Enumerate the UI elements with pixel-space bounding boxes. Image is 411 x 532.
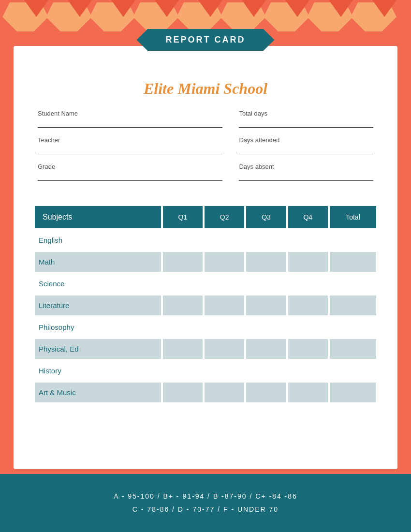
total-header: Total: [330, 206, 376, 228]
total-days-label: Total days: [239, 110, 373, 117]
grade-total[interactable]: [330, 339, 376, 359]
table-row: Science: [35, 274, 376, 294]
subject-name: Science: [35, 274, 161, 294]
grade-q1[interactable]: [163, 361, 203, 381]
subject-name: Philosophy: [35, 317, 161, 337]
days-absent-label: Days absent: [239, 163, 373, 170]
info-section: Student Name Teacher Grade Total days Da…: [33, 110, 378, 190]
table-row: Art & Music: [35, 383, 376, 402]
grade-q4[interactable]: [288, 339, 328, 359]
days-absent-line[interactable]: [239, 172, 373, 181]
student-name-field: Student Name: [38, 110, 222, 128]
student-name-label: Student Name: [38, 110, 222, 117]
days-absent-field: Days absent: [239, 163, 373, 181]
info-left: Student Name Teacher Grade: [38, 110, 222, 190]
days-attended-line[interactable]: [239, 146, 373, 154]
subject-name: Physical, Ed: [35, 339, 161, 359]
grade-q4[interactable]: [288, 274, 328, 294]
footer: A - 95-100 / B+ - 91-94 / B -87-90 / C+ …: [0, 474, 411, 532]
grade-q1[interactable]: [163, 274, 203, 294]
subject-name: Literature: [35, 296, 161, 315]
grade-total[interactable]: [330, 274, 376, 294]
table-row: English: [35, 230, 376, 250]
grade-label: Grade: [38, 163, 222, 170]
subject-name: Math: [35, 252, 161, 272]
grade-q4[interactable]: [288, 252, 328, 272]
grade-total[interactable]: [330, 317, 376, 337]
grade-q1[interactable]: [163, 383, 203, 402]
grade-q2[interactable]: [205, 339, 244, 359]
grade-q1[interactable]: [163, 317, 203, 337]
q2-header: Q2: [205, 206, 244, 228]
grade-q4[interactable]: [288, 230, 328, 250]
grade-total[interactable]: [330, 361, 376, 381]
school-name: Elite Miami School: [33, 80, 378, 98]
grade-total[interactable]: [330, 230, 376, 250]
grade-field: Grade: [38, 163, 222, 181]
grade-q3[interactable]: [246, 252, 286, 272]
grades-table: Subjects Q1 Q2 Q3 Q4 Total EnglishMathSc…: [33, 204, 378, 404]
grade-q2[interactable]: [205, 361, 244, 381]
grade-q3[interactable]: [246, 274, 286, 294]
subject-name: English: [35, 230, 161, 250]
banner: REPORT CARD: [136, 29, 274, 51]
grade-q3[interactable]: [246, 361, 286, 381]
subject-name: History: [35, 361, 161, 381]
grade-total[interactable]: [330, 383, 376, 402]
grade-q3[interactable]: [246, 296, 286, 315]
table-row: Philosophy: [35, 317, 376, 337]
grade-total[interactable]: [330, 296, 376, 315]
grade-q3[interactable]: [246, 339, 286, 359]
banner-title: REPORT CARD: [136, 29, 274, 51]
grade-q4[interactable]: [288, 296, 328, 315]
grading-scale-line2: C - 78-86 / D - 70-77 / F - UNDER 70: [132, 503, 279, 516]
grade-q3[interactable]: [246, 230, 286, 250]
grade-q1[interactable]: [163, 339, 203, 359]
report-card: Elite Miami School Student Name Teacher …: [14, 46, 397, 469]
teacher-field: Teacher: [38, 136, 222, 154]
q3-header: Q3: [246, 206, 286, 228]
teacher-line[interactable]: [38, 146, 222, 154]
grade-q1[interactable]: [163, 230, 203, 250]
table-row: Literature: [35, 296, 376, 315]
grade-q2[interactable]: [205, 296, 244, 315]
grade-q2[interactable]: [205, 274, 244, 294]
grade-q4[interactable]: [288, 361, 328, 381]
total-days-field: Total days: [239, 110, 373, 128]
table-row: History: [35, 361, 376, 381]
q4-header: Q4: [288, 206, 328, 228]
table-row: Math: [35, 252, 376, 272]
days-attended-field: Days attended: [239, 136, 373, 154]
days-attended-label: Days attended: [239, 136, 373, 144]
info-right: Total days Days attended Days absent: [239, 110, 373, 190]
grade-q2[interactable]: [205, 252, 244, 272]
grade-q2[interactable]: [205, 317, 244, 337]
grade-q4[interactable]: [288, 317, 328, 337]
grade-q2[interactable]: [205, 230, 244, 250]
grade-total[interactable]: [330, 252, 376, 272]
grading-scale-line1: A - 95-100 / B+ - 91-94 / B -87-90 / C+ …: [114, 490, 297, 503]
teacher-label: Teacher: [38, 136, 222, 144]
grade-q3[interactable]: [246, 317, 286, 337]
table-header-row: Subjects Q1 Q2 Q3 Q4 Total: [35, 206, 376, 228]
grade-q1[interactable]: [163, 252, 203, 272]
q1-header: Q1: [163, 206, 203, 228]
table-row: Physical, Ed: [35, 339, 376, 359]
grade-q2[interactable]: [205, 383, 244, 402]
student-name-line[interactable]: [38, 119, 222, 128]
grade-line[interactable]: [38, 172, 222, 181]
total-days-line[interactable]: [239, 119, 373, 128]
subject-name: Art & Music: [35, 383, 161, 402]
grade-q1[interactable]: [163, 296, 203, 315]
subjects-header: Subjects: [35, 206, 161, 228]
grade-q4[interactable]: [288, 383, 328, 402]
grade-q3[interactable]: [246, 383, 286, 402]
